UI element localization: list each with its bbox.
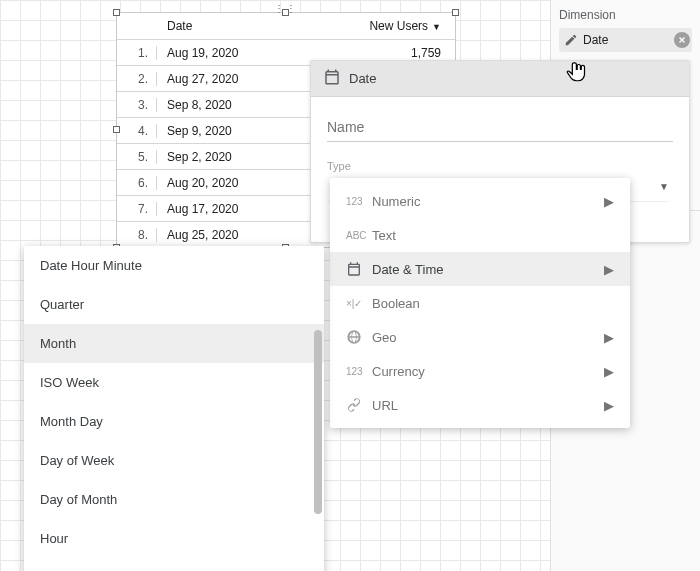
granularity-item[interactable]: Minute [24, 558, 324, 571]
dimension-section-label: Dimension [559, 8, 692, 22]
type-item-label: Geo [372, 330, 604, 345]
type-item-label: Date & Time [372, 262, 604, 277]
row-index: 5. [117, 150, 157, 164]
field-editor-header: Date [311, 61, 689, 97]
currency-icon: 123 [346, 366, 372, 377]
dimension-chip-date[interactable]: Date [559, 28, 692, 52]
field-name-input[interactable] [327, 113, 673, 142]
url-icon [346, 397, 372, 413]
granularity-item[interactable]: Quarter [24, 285, 324, 324]
type-item-label: Text [372, 228, 604, 243]
type-item-label: Boolean [372, 296, 604, 311]
granularity-item[interactable]: Month Day [24, 402, 324, 441]
field-editor-title: Date [349, 71, 376, 86]
type-item-currency[interactable]: 123Currency▶ [330, 354, 630, 388]
chevron-right-icon: ▶ [604, 398, 614, 413]
boolean-icon: ×|✓ [346, 298, 372, 309]
type-item-geo[interactable]: Geo▶ [330, 320, 630, 354]
row-index: 2. [117, 72, 157, 86]
row-index: 1. [117, 46, 157, 60]
cell-date: Aug 19, 2020 [157, 46, 345, 60]
cell-value: 1,759 [345, 46, 455, 60]
type-item-label: Numeric [372, 194, 604, 209]
field-type-label: Type [327, 160, 673, 172]
row-index: 7. [117, 202, 157, 216]
sort-desc-icon: ▼ [432, 22, 441, 32]
type-item-label: Currency [372, 364, 604, 379]
date-granularity-menu: Date Hour MinuteQuarterMonthISO WeekMont… [24, 246, 324, 571]
granularity-item[interactable]: ISO Week [24, 363, 324, 402]
type-item-boolean[interactable]: ×|✓Boolean [330, 286, 630, 320]
granularity-item[interactable]: Hour [24, 519, 324, 558]
row-index: 6. [117, 176, 157, 190]
field-type-menu: 123Numeric▶ABCTextDate & Time▶×|✓Boolean… [330, 178, 630, 428]
caret-down-icon: ▼ [659, 181, 669, 192]
chevron-right-icon: ▶ [604, 194, 614, 209]
granularity-item[interactable]: Month [24, 324, 324, 363]
dimension-chip-label: Date [583, 33, 608, 47]
granularity-item[interactable]: Date Hour Minute [24, 246, 324, 285]
text-icon: ABC [346, 230, 372, 241]
resize-handle[interactable] [452, 9, 459, 16]
numeric-icon: 123 [346, 196, 372, 207]
scrollbar-thumb[interactable] [314, 330, 322, 514]
scrollbar[interactable] [314, 330, 322, 571]
col-header-date[interactable]: Date [157, 19, 345, 33]
calendar-icon [323, 68, 341, 89]
type-item-url[interactable]: URL▶ [330, 388, 630, 422]
pencil-icon[interactable] [563, 32, 579, 48]
geo-icon [346, 329, 372, 345]
type-item-numeric[interactable]: 123Numeric▶ [330, 184, 630, 218]
table-header-row: Date New Users▼ [117, 13, 455, 39]
row-index: 8. [117, 228, 157, 242]
row-index: 4. [117, 124, 157, 138]
granularity-item[interactable]: Day of Month [24, 480, 324, 519]
calendar-icon [346, 261, 372, 277]
type-item-calendar[interactable]: Date & Time▶ [330, 252, 630, 286]
type-item-label: URL [372, 398, 604, 413]
type-item-text[interactable]: ABCText [330, 218, 630, 252]
resize-handle[interactable] [113, 126, 120, 133]
remove-chip-button[interactable] [674, 32, 690, 48]
resize-handle[interactable] [282, 9, 289, 16]
chevron-right-icon: ▶ [604, 262, 614, 277]
chevron-right-icon: ▶ [604, 330, 614, 345]
row-index: 3. [117, 98, 157, 112]
chevron-right-icon: ▶ [604, 364, 614, 379]
col-header-new-users[interactable]: New Users▼ [345, 19, 455, 33]
granularity-item[interactable]: Day of Week [24, 441, 324, 480]
resize-handle[interactable] [113, 9, 120, 16]
